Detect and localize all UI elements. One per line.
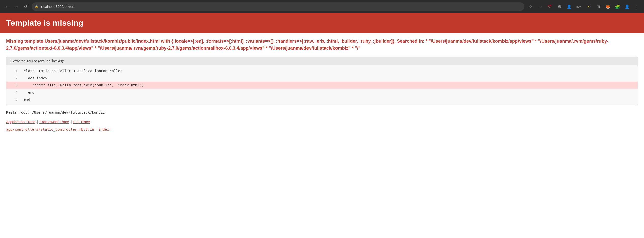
framework-trace-link[interactable]: Framework Trace [39, 120, 69, 124]
error-title: Template is missing [6, 18, 638, 28]
forward-button[interactable]: → [12, 3, 20, 11]
code-line: 4 end [6, 89, 638, 96]
keyboard-icon[interactable]: K [584, 3, 593, 11]
error-body: Missing template Users/juanma/dev/fullst… [0, 33, 644, 137]
line-content: def index [22, 75, 47, 82]
rails-root: Rails.root: /Users/juanma/dev/fullstack/… [6, 110, 638, 114]
error-message: Missing template Users/juanma/dev/fullst… [6, 38, 638, 52]
page-content: Template is missing Missing template Use… [0, 13, 644, 238]
grid-icon[interactable]: ⊞ [594, 3, 602, 11]
extensions-icon[interactable]: ··· [536, 3, 544, 11]
error-header: Template is missing [0, 13, 644, 33]
puzzle-icon[interactable]: 🧩 [613, 3, 622, 11]
code-line: 2 def index [6, 75, 638, 82]
code-line: 1class StaticController < ApplicationCon… [6, 67, 638, 75]
source-header: Extracted source (around line #3): [6, 57, 638, 65]
line-number: 2 [6, 75, 22, 82]
browser-chrome: ← → ↺ 🔒 localhost:3000/drivers ☆ ··· 🛡 ⚙… [0, 0, 644, 13]
line-content: end [22, 89, 34, 96]
settings-icon[interactable]: ⚙ [555, 3, 564, 11]
source-code: 1class StaticController < ApplicationCon… [6, 65, 638, 105]
line-number: 4 [6, 89, 22, 96]
full-trace-link[interactable]: Full Trace [73, 120, 90, 124]
reload-button[interactable]: ↺ [21, 3, 30, 11]
nav-buttons: ← → ↺ [3, 3, 30, 11]
rails-root-path: /Users/juanma/dev/fullstack/kombiz [32, 110, 105, 114]
address-bar[interactable]: 🔒 localhost:3000/drivers [32, 2, 524, 11]
code-line: 3 render file: Rails.root.join('public',… [6, 82, 638, 89]
line-content: class StaticController < ApplicationCont… [22, 67, 122, 75]
trace-file-line: app/controllers/static_controller.rb:3:i… [6, 127, 638, 132]
trace-links: Application Trace|Framework Trace|Full T… [6, 120, 638, 124]
line-content: end [22, 96, 30, 103]
profile-icon[interactable]: 👤 [565, 3, 573, 11]
trace-separator: | [71, 120, 72, 124]
app-trace-link[interactable]: Application Trace [6, 120, 35, 124]
new-tab-icon[interactable]: new [575, 3, 583, 11]
back-button[interactable]: ← [3, 3, 11, 11]
line-number: 3 [6, 82, 22, 89]
bookmark-icon[interactable]: ☆ [526, 3, 535, 11]
source-box: Extracted source (around line #3): 1clas… [6, 57, 638, 105]
url-text: localhost:3000/drivers [40, 5, 521, 9]
user-menu-icon[interactable]: 👤 [623, 3, 631, 11]
rails-root-label: Rails.root: [6, 110, 30, 114]
shield-icon[interactable]: 🛡 [546, 3, 554, 11]
trace-file-link[interactable]: app/controllers/static_controller.rb:3:i… [6, 127, 111, 131]
line-number: 5 [6, 96, 22, 103]
lock-icon: 🔒 [35, 5, 38, 8]
code-line: 5end [6, 96, 638, 103]
toolbar-right: ☆ ··· 🛡 ⚙ 👤 new K ⊞ 🦊 🧩 👤 ⋮ [526, 3, 641, 11]
addon-icon[interactable]: 🦊 [604, 3, 612, 11]
trace-separator: | [37, 120, 38, 124]
line-number: 1 [6, 67, 22, 75]
more-menu-icon[interactable]: ⋮ [633, 3, 641, 11]
line-content: render file: Rails.root.join('public', '… [22, 82, 144, 89]
